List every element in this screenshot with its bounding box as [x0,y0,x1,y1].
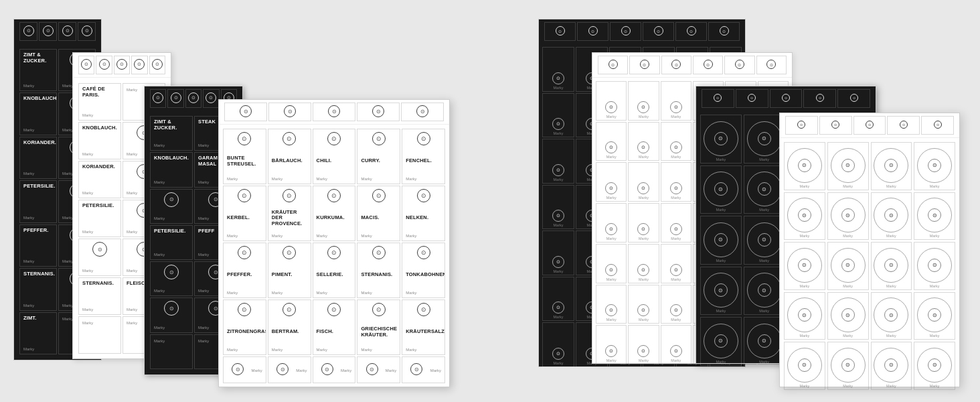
logo-icon: ⊙ [417,246,430,259]
brand-text: Marky [406,234,441,238]
logo-icon: ⊙ [714,233,728,247]
logo-icon: ⊙ [637,345,649,357]
label-cell: ⊙Marky [542,47,574,92]
logo-icon: ⊙ [798,159,811,172]
label-cell: PETERSILIE. Marky [150,225,193,260]
icon-cell: ⊙ [96,56,112,74]
brand-text: Marky [82,308,117,312]
logo-icon: ⊙ [841,358,855,372]
logo-icon: ⊙ [153,92,163,103]
circle-label: ⊙ [704,273,738,308]
label-cell: PFEFFER. Marky [19,224,57,267]
label-chili: ⊙ CHILI. Marky [313,129,356,184]
logo-icon: ⊙ [99,59,110,70]
label-kraetersalz: ⊙ KRÄUTERSALZ. Marky [402,299,445,355]
logo-icon: ⊙ [605,141,617,153]
icon-cell: ⊙ [598,56,628,74]
brand-text: Marky [23,172,53,176]
logo-icon: ⊙ [608,60,618,69]
brand-text: Marky [671,237,681,241]
label-cell: Marky [78,316,121,354]
brand-text: Marky [341,368,351,373]
logo-icon: ⊙ [928,308,941,322]
icon-cell: ⊙ [887,116,920,135]
logo-icon: ⊙ [328,105,340,117]
logo-icon: ⊙ [240,105,252,117]
logo-icon: ⊙ [670,101,682,113]
label-cell: KNOBLAUCH. Marky [78,122,121,159]
label-fenchel: ⊙ FENCHEL. Marky [402,129,445,184]
label-cell: ⊙Marky [542,93,574,138]
logo-icon: ⊙ [321,363,333,375]
icon-cell: ⊙ [785,116,818,135]
icon-cell: ⊙ [401,103,444,121]
brand-text: Marky [930,284,940,288]
icon-cell: ⊙ [19,22,37,41]
circle-label: ⊙ [747,273,782,308]
logo-icon: ⊙ [23,25,34,36]
label-bunte-streusel: ⊙ BUNTESTREUSEL. Marky [223,129,266,184]
logo-icon: ⊙ [152,59,163,70]
circle-label: ⊙ [917,198,952,232]
circle-label: ⊙ [917,297,952,332]
brand-text: Marky [759,259,769,263]
logo-icon: ⊙ [116,59,127,70]
label-cell: ⊙Marky [871,342,912,390]
label-cell: ⊙Marky [596,162,627,202]
logo-icon: ⊙ [687,26,696,36]
brand-text: Marky [554,131,564,135]
circle-label: ⊙ [747,222,782,257]
logo-icon: ⊙ [798,308,811,322]
logo-icon: ⊙ [232,363,244,375]
icon-cell: ⊙ [708,22,740,41]
brand-text: Marky [843,334,853,338]
logo-icon: ⊙ [605,345,617,357]
brand-text: Marky [554,315,564,319]
logo-icon: ⊙ [276,363,289,375]
logo-icon: ⊙ [766,60,776,69]
label-cell: ZIMT &ZUCKER. Marky [19,49,57,91]
main-spice-sheet: ⊙ ⊙ ⊙ ⊙ ⊙ ⊙ BUNTESTREUSEL. Marky [218,99,450,387]
brand-text: Marky [606,318,617,322]
circle-label: ⊙ [831,248,866,283]
brand-text: Marky [296,368,307,373]
label-cell: ⊙Marky [596,203,627,243]
logo-icon: ⊙ [171,92,181,103]
brand-text: Marky [227,348,262,352]
brand-text: Marky [716,157,726,161]
icon-cell: ⊙ [39,22,57,41]
logo-icon: ⊙ [928,208,941,222]
brand-text: Marky [154,180,189,184]
label-cell: ⊙Marky [827,242,869,290]
label-cell: ⊙Marky [596,244,627,283]
brand-text: Marky [361,234,396,238]
label-cell: ⊙Marky [827,342,869,390]
brand-text: Marky [930,384,940,388]
brand-text: Marky [930,184,940,188]
circle-label: ⊙ [831,348,866,383]
label-cell: ⊙Marky [661,325,691,364]
label-cell: ⊙Marky [871,142,912,190]
brand-text: Marky [82,113,117,117]
brand-text: Marky [317,291,352,295]
label-zitronengras: ⊙ ZITRONENGRAS. Marky [223,299,266,355]
logo-icon: ⊙ [366,363,378,375]
circle-label: ⊙ [787,248,822,283]
label-cell-icon: ⊙ Marky [402,356,445,383]
brand-text: Marky [361,291,396,295]
circle-label: ⊙ [704,324,738,358]
label-macis: ⊙ MACIS. Marky [357,186,400,241]
logo-icon: ⊙ [327,246,341,259]
spice-name: ZITRONENGRAS. [227,329,262,335]
logo-icon: ⊙ [206,92,216,103]
logo-icon: ⊙ [928,358,941,372]
label-cell: ⊙Marky [700,216,742,265]
icon-cell: ⊙ [78,56,94,74]
spice-name: BERTRAM. [272,329,307,335]
logo-icon: ⊙ [670,141,682,153]
icon-cell: ⊙ [224,103,267,121]
label-cell: KNOBLAUCH. Marky [19,92,57,135]
brand-text: Marky [272,291,307,295]
brand-text: Marky [154,143,189,147]
label-cell: ⊙Marky [628,244,659,283]
